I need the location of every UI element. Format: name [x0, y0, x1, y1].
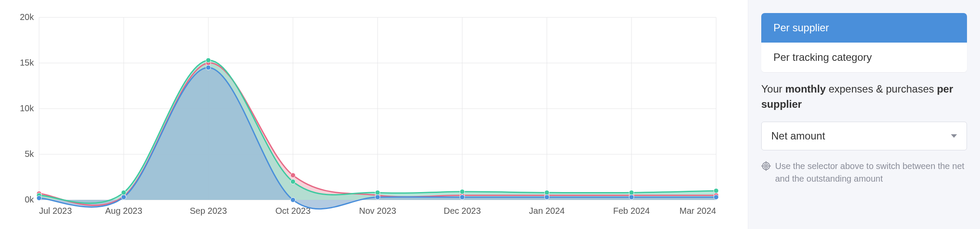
svg-text:Mar 2024: Mar 2024 [680, 206, 717, 216]
hint-text: Use the selector above to switch between… [761, 160, 967, 185]
svg-text:0k: 0k [25, 195, 34, 204]
svg-point-31 [291, 173, 296, 178]
svg-point-46 [37, 196, 42, 200]
desc-bold1: monthly [785, 83, 825, 95]
hint-label: Use the selector above to switch between… [775, 160, 967, 185]
svg-point-52 [545, 195, 549, 199]
svg-text:Feb 2024: Feb 2024 [613, 206, 650, 216]
target-icon [761, 161, 771, 185]
tab-per-supplier[interactable]: Per supplier [761, 13, 967, 43]
svg-point-50 [375, 195, 380, 199]
svg-text:Oct 2023: Oct 2023 [275, 206, 310, 216]
svg-text:Aug 2023: Aug 2023 [105, 206, 142, 216]
svg-point-43 [545, 190, 549, 195]
svg-point-45 [714, 189, 719, 193]
desc-pre: Your [761, 83, 785, 95]
svg-point-38 [122, 190, 126, 195]
svg-point-49 [291, 198, 296, 202]
svg-text:Jan 2024: Jan 2024 [529, 206, 565, 216]
select-value: Net amount [771, 130, 825, 142]
svg-point-54 [714, 195, 719, 199]
chevron-down-icon [951, 134, 957, 138]
svg-text:Jul 2023: Jul 2023 [39, 206, 72, 216]
sidebar: Per supplier Per tracking category Your … [748, 0, 980, 229]
svg-point-53 [629, 195, 634, 199]
svg-point-51 [460, 195, 465, 199]
amount-type-select[interactable]: Net amount [761, 122, 967, 150]
svg-text:Dec 2023: Dec 2023 [444, 206, 481, 216]
svg-point-48 [206, 65, 211, 70]
svg-point-42 [460, 189, 465, 194]
svg-point-57 [766, 165, 767, 166]
view-tabs: Per supplier Per tracking category [761, 13, 967, 72]
svg-point-47 [122, 195, 126, 199]
sidebar-description: Your monthly expenses & purchases per su… [761, 82, 967, 112]
svg-point-44 [629, 190, 634, 195]
expenses-chart[interactable]: 0k5k10k15k20kJul 2023Aug 2023Sep 2023Oct… [9, 9, 725, 226]
chart-area: 0k5k10k15k20kJul 2023Aug 2023Sep 2023Oct… [0, 0, 748, 229]
svg-point-40 [291, 179, 296, 184]
svg-text:10k: 10k [20, 103, 34, 113]
svg-text:Nov 2023: Nov 2023 [359, 206, 396, 216]
svg-text:15k: 15k [20, 58, 34, 67]
desc-mid: expenses & purchases [826, 83, 937, 95]
svg-text:Sep 2023: Sep 2023 [190, 206, 227, 216]
svg-point-41 [375, 190, 380, 195]
svg-point-39 [206, 58, 211, 63]
tab-per-tracking-category[interactable]: Per tracking category [761, 43, 967, 72]
svg-text:5k: 5k [25, 149, 34, 159]
svg-text:20k: 20k [20, 12, 34, 22]
